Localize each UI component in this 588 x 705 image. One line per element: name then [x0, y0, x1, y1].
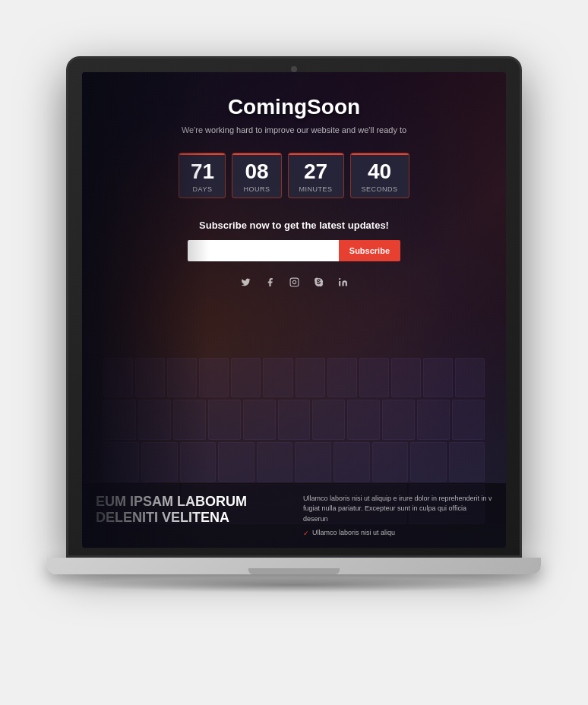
- laptop-base: [47, 558, 541, 574]
- hours-label: Hours: [243, 185, 270, 193]
- countdown-hours: 08 Hours: [232, 153, 281, 198]
- check-icon: ✓: [303, 530, 309, 537]
- countdown-minutes: 27 Minutes: [288, 153, 344, 198]
- seconds-label: Seconds: [362, 185, 398, 193]
- laptop-screen: ComingSoon We're working hard to improve…: [82, 72, 506, 548]
- bottom-list-item: ✓ Ullamco laboris nisi ut aliqu: [303, 529, 492, 537]
- screen-content: ComingSoon We're working hard to improve…: [82, 72, 506, 548]
- subscribe-button[interactable]: Subscribe: [339, 240, 400, 261]
- twitter-icon[interactable]: [239, 275, 252, 289]
- social-icons-bar: [239, 275, 349, 289]
- list-item-text: Ullamco laboris nisi ut aliqu: [312, 529, 395, 536]
- seconds-value: 40: [368, 161, 391, 182]
- site-title: ComingSoon: [228, 95, 360, 119]
- countdown-timer: 71 Days 08 Hours 27 Minutes: [179, 153, 409, 198]
- instagram-icon[interactable]: [287, 275, 301, 289]
- content-area: ComingSoon We're working hard to improve…: [82, 72, 506, 548]
- bottom-heading-line1: EUM IPSAM LABORUM: [96, 494, 285, 511]
- bottom-heading-line2: DELENITI VELITENA: [96, 510, 285, 526]
- countdown-seconds: 40 Seconds: [350, 153, 409, 198]
- days-value: 71: [191, 161, 214, 182]
- svg-rect-0: [290, 278, 299, 286]
- minutes-label: Minutes: [299, 185, 333, 193]
- svg-point-2: [339, 278, 340, 280]
- subscribe-form[interactable]: Subscribe: [188, 240, 400, 261]
- laptop-shadow: [74, 577, 514, 593]
- bottom-heading-area: EUM IPSAM LABORUM DELENITI VELITENA: [96, 494, 297, 538]
- laptop-bezel: ComingSoon We're working hard to improve…: [66, 56, 522, 558]
- scene: ComingSoon We're working hard to improve…: [0, 0, 588, 705]
- subscribe-title: Subscribe now to get the latest updates!: [199, 220, 389, 231]
- laptop: ComingSoon We're working hard to improve…: [58, 56, 530, 649]
- bottom-body-text: Ullamco laboris nisi ut aliquip e irure …: [303, 494, 492, 525]
- email-input[interactable]: [188, 240, 339, 261]
- hours-value: 08: [245, 161, 268, 182]
- bottom-info-section: EUM IPSAM LABORUM DELENITI VELITENA Ulla…: [82, 483, 506, 549]
- skype-icon[interactable]: [311, 275, 325, 289]
- linkedin-icon[interactable]: [336, 275, 349, 289]
- bottom-text-area: Ullamco laboris nisi ut aliquip e irure …: [297, 494, 492, 538]
- site-subtitle: We're working hard to improve our websit…: [182, 125, 406, 134]
- facebook-icon[interactable]: [263, 275, 277, 289]
- days-label: Days: [193, 185, 213, 193]
- countdown-days: 71 Days: [179, 153, 226, 198]
- minutes-value: 27: [304, 161, 327, 182]
